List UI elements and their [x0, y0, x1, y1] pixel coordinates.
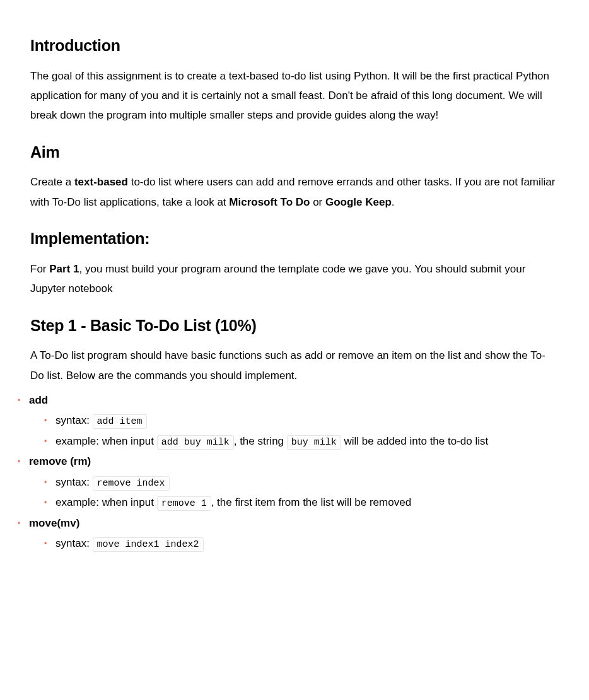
commands-list: add syntax: add item example: when input… — [15, 390, 559, 554]
command-label-add: add — [29, 394, 48, 406]
list-item-remove: remove (rm) syntax: remove index example… — [15, 452, 559, 513]
aim-text: or — [310, 196, 325, 208]
command-label-move: move(mv) — [29, 517, 79, 529]
list-item-add: add syntax: add item example: when input… — [15, 390, 559, 452]
aim-bold-mstodo: Microsoft To Do — [229, 196, 310, 208]
list-item-move: move(mv) syntax: move index1 index2 — [15, 513, 559, 554]
aim-paragraph: Create a text-based to-do list where use… — [30, 172, 559, 212]
introduction-heading: Introduction — [30, 35, 559, 56]
syntax-code: move index1 index2 — [93, 537, 204, 552]
implementation-heading: Implementation: — [30, 228, 559, 249]
aim-text: . — [392, 196, 395, 208]
list-item-add-example: example: when input add buy milk, the st… — [40, 431, 559, 452]
aim-text: Create a — [30, 176, 74, 188]
aim-bold-textbased: text-based — [74, 176, 128, 188]
syntax-label: syntax: — [55, 414, 93, 426]
step1-paragraph: A To-Do list program should have basic f… — [30, 346, 559, 385]
example-text: , the string — [234, 435, 287, 447]
syntax-label: syntax: — [55, 476, 93, 488]
list-item-remove-syntax: syntax: remove index — [40, 472, 559, 493]
implementation-paragraph: For Part 1, you must build your program … — [30, 259, 559, 299]
syntax-label: syntax: — [55, 537, 93, 549]
example-code: remove 1 — [157, 496, 211, 511]
list-item-add-syntax: syntax: add item — [40, 411, 559, 431]
aim-bold-googlekeep: Google Keep — [325, 196, 392, 208]
introduction-paragraph: The goal of this assignment is to create… — [30, 66, 559, 125]
step1-heading: Step 1 - Basic To-Do List (10%) — [30, 315, 559, 336]
add-sublist: syntax: add item example: when input add… — [40, 411, 559, 452]
command-label-remove: remove (rm) — [29, 455, 91, 467]
example-text: , the first item from the list will be r… — [211, 496, 411, 508]
example-code: add buy milk — [157, 435, 234, 450]
remove-sublist: syntax: remove index example: when input… — [40, 472, 559, 513]
syntax-code: remove index — [93, 476, 170, 491]
move-sublist: syntax: move index1 index2 — [40, 534, 559, 554]
implementation-text: For — [30, 263, 49, 275]
example-code: buy milk — [287, 435, 341, 450]
example-text: example: when input — [55, 435, 157, 447]
implementation-text: , you must build your program around the… — [30, 263, 525, 295]
list-item-move-syntax: syntax: move index1 index2 — [40, 534, 559, 554]
syntax-code: add item — [93, 414, 147, 429]
example-text: will be added into the to-do list — [341, 435, 488, 447]
aim-heading: Aim — [30, 142, 559, 163]
example-text: example: when input — [55, 496, 157, 508]
list-item-remove-example: example: when input remove 1, the first … — [40, 493, 559, 513]
implementation-bold-part1: Part 1 — [49, 263, 79, 275]
